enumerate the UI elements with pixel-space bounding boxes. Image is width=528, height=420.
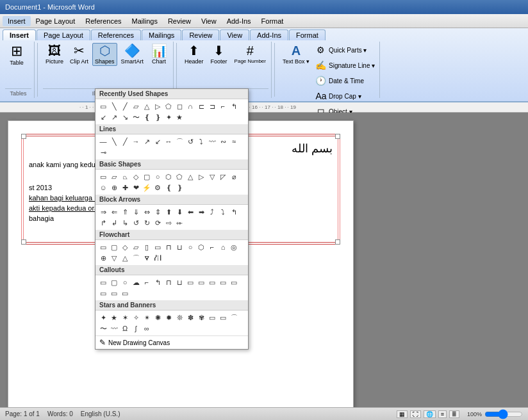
- fc-data[interactable]: ▱: [131, 242, 141, 252]
- basic-smiley[interactable]: ☺: [98, 182, 108, 193]
- fc-card[interactable]: ▽: [109, 253, 119, 263]
- line-freeform[interactable]: ∾: [218, 136, 228, 147]
- basic-rect[interactable]: ▭: [98, 172, 108, 182]
- fc-decision[interactable]: ◇: [120, 242, 130, 252]
- shape-corner[interactable]: ⌐: [218, 101, 228, 111]
- fc-preparation[interactable]: ⬡: [196, 242, 206, 252]
- shape-arrow-ul[interactable]: ↰: [229, 101, 239, 111]
- banner-scroll[interactable]: Ω: [120, 323, 130, 334]
- basic-plus[interactable]: ⊕: [109, 182, 119, 193]
- basic-gear[interactable]: ⚙: [153, 182, 163, 193]
- ba-ur[interactable]: ↱: [98, 218, 108, 228]
- fc-terminator[interactable]: ○: [185, 242, 195, 252]
- clipart-button[interactable]: ✂ Clip Art: [67, 43, 91, 66]
- menu-references[interactable]: References: [80, 16, 126, 26]
- basic-cross[interactable]: ✚: [120, 182, 130, 193]
- line-curve3[interactable]: ⤵: [196, 136, 206, 147]
- basic-cylinder[interactable]: ⌀: [229, 172, 239, 182]
- line-wavy[interactable]: 〰: [207, 136, 217, 147]
- tab-addins[interactable]: Add-Ins: [250, 29, 288, 40]
- shape-brace-l[interactable]: ❴: [142, 112, 152, 122]
- basic-trap[interactable]: ⏢: [120, 172, 130, 182]
- tab-mailings[interactable]: Mailings: [142, 29, 181, 40]
- fc-manual-input[interactable]: ⌐: [207, 242, 217, 252]
- line-curve1[interactable]: ⌒: [174, 136, 185, 147]
- basic-tri-down[interactable]: ▽: [207, 172, 217, 182]
- basic-lightning[interactable]: ⚡: [142, 182, 152, 193]
- ba-curve-r[interactable]: ⟳: [153, 218, 163, 228]
- co-bent-line[interactable]: ↰: [153, 277, 163, 287]
- ba-bent-down[interactable]: ⤵: [218, 207, 228, 217]
- ba-lr[interactable]: ⇔: [142, 207, 152, 217]
- outline-btn[interactable]: ≡: [438, 410, 447, 418]
- ba-ul[interactable]: ↰: [229, 207, 239, 217]
- co-oval[interactable]: ○: [120, 277, 130, 287]
- star10pt[interactable]: ✺: [153, 312, 163, 323]
- banner-wave1[interactable]: 〜: [98, 323, 108, 334]
- co-accent1[interactable]: ▭: [185, 277, 195, 287]
- ba-ccw[interactable]: ↻: [142, 218, 152, 228]
- line-diag2[interactable]: ╱: [120, 136, 130, 147]
- basic-para[interactable]: ▱: [109, 172, 119, 182]
- banner-h-scroll[interactable]: ∫: [131, 323, 141, 334]
- ba-notched[interactable]: ⬰: [174, 218, 185, 228]
- shape-line2[interactable]: ╱: [120, 101, 130, 111]
- drop-cap-button[interactable]: Aa Drop Cap ▾: [313, 89, 377, 103]
- shape-star4[interactable]: ✦: [163, 112, 174, 122]
- print-layout-btn[interactable]: ▦: [397, 410, 408, 418]
- tab-view[interactable]: View: [220, 29, 249, 40]
- zoom-slider[interactable]: [484, 410, 523, 418]
- shape-bracket-l[interactable]: ⊏: [196, 101, 206, 111]
- fc-extract[interactable]: ⛛: [142, 253, 152, 263]
- line-arrow2[interactable]: ↗: [142, 136, 152, 147]
- page-number-button[interactable]: # Page Number: [232, 43, 268, 65]
- shape-arrow-dr[interactable]: ↘: [120, 112, 130, 122]
- date-time-button[interactable]: 🕐 Date & Time: [313, 74, 377, 88]
- picture-button[interactable]: 🖼 Picture: [43, 43, 66, 66]
- shape-arrow-r[interactable]: ▷: [153, 101, 163, 111]
- basic-heart[interactable]: ❤: [131, 182, 141, 193]
- basic-tri-up[interactable]: △: [185, 172, 195, 182]
- ba-bent-up[interactable]: ⤴: [207, 207, 217, 217]
- menu-insert[interactable]: Insert: [3, 16, 31, 26]
- ba-cw[interactable]: ↺: [131, 218, 141, 228]
- fc-alt-process[interactable]: ▢: [109, 242, 119, 252]
- line-diag1[interactable]: ╲: [109, 136, 119, 147]
- banner-v-scroll[interactable]: ∞: [142, 323, 152, 334]
- co-border2[interactable]: ▭: [98, 288, 108, 298]
- fc-process[interactable]: ▭: [98, 242, 108, 252]
- fc-off-page[interactable]: ⊕: [98, 253, 108, 263]
- menu-review[interactable]: Review: [163, 16, 196, 26]
- chart-button[interactable]: 📊 Chart: [147, 43, 170, 66]
- shape-brace-r[interactable]: ❵: [153, 112, 163, 122]
- header-button[interactable]: ⬆ Header: [182, 43, 206, 66]
- draft-btn[interactable]: ≣: [449, 410, 459, 418]
- line-straight[interactable]: —: [98, 136, 108, 147]
- table-button[interactable]: ⊞ Table: [5, 43, 28, 67]
- co-border4[interactable]: ▭: [120, 288, 130, 298]
- tab-insert[interactable]: Insert: [3, 29, 36, 40]
- line-arrow1[interactable]: →: [131, 136, 141, 147]
- footer-button[interactable]: ⬇ Footer: [208, 43, 231, 66]
- ba-ud[interactable]: ⇕: [153, 207, 163, 217]
- basic-hexagon[interactable]: ⬡: [163, 172, 174, 182]
- basic-tri-rt[interactable]: ▷: [196, 172, 206, 182]
- shape-parallelogram[interactable]: ▱: [131, 101, 141, 111]
- shape-arch[interactable]: ∩: [185, 101, 195, 111]
- shapes-button[interactable]: ⬡ Shapes: [92, 43, 117, 66]
- star5pt[interactable]: ★: [109, 312, 119, 323]
- banner-wave2[interactable]: 〰: [109, 323, 119, 334]
- web-layout-btn[interactable]: 🌐: [424, 410, 436, 418]
- ba-up[interactable]: ⇑: [120, 207, 130, 217]
- co-border3[interactable]: ▭: [109, 288, 119, 298]
- star12pt[interactable]: ✹: [163, 312, 174, 323]
- star6pt[interactable]: ✶: [120, 312, 130, 323]
- ba-right[interactable]: ⇒: [98, 207, 108, 217]
- ba-fat-right[interactable]: ➡: [196, 207, 206, 217]
- basic-circle[interactable]: ○: [153, 172, 163, 182]
- basic-rtri[interactable]: ◸: [218, 172, 228, 182]
- co-line[interactable]: ⌐: [142, 277, 152, 287]
- shape-pentagon[interactable]: ⬠: [163, 101, 174, 111]
- co-rounded[interactable]: ▢: [109, 277, 119, 287]
- ba-fat-down[interactable]: ⬇: [174, 207, 185, 217]
